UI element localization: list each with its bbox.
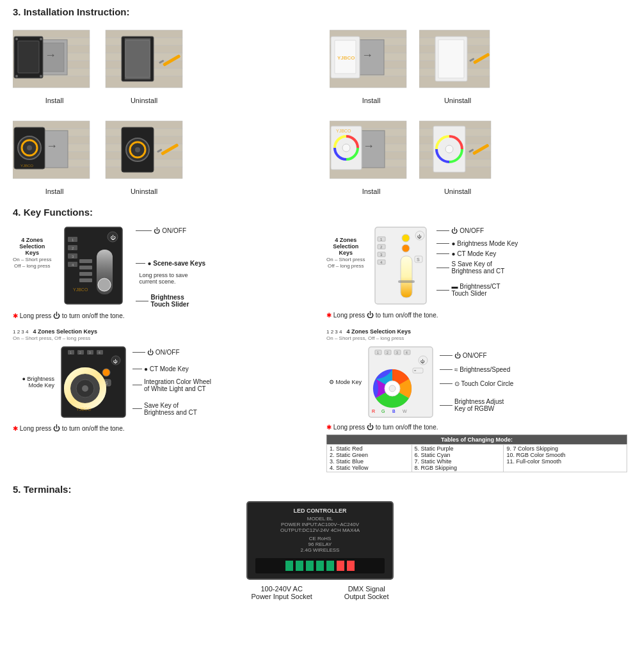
mode-table-title: Tables of Changing Mode: bbox=[327, 435, 627, 445]
svg-text:YJBCO: YJBCO bbox=[76, 407, 92, 412]
svg-text:R: R bbox=[372, 409, 375, 413]
uninstall-diagram-2 bbox=[419, 24, 496, 94]
terminal-pin-6 bbox=[337, 561, 344, 571]
terminal-header: LED CONTROLLER bbox=[255, 508, 385, 514]
svg-point-124 bbox=[98, 278, 111, 291]
mode-col1: 1. Static Red2. Static Green3. Static Bl… bbox=[327, 445, 412, 472]
note-3: ✱ Long press ⏻ to turn on/off the tone. bbox=[13, 424, 314, 432]
mode-table: Tables of Changing Mode: 1. Static Red2.… bbox=[326, 435, 627, 472]
controller-svg-2: 1 2 3 4 ⏻ S bbox=[369, 224, 433, 307]
svg-rect-11 bbox=[18, 41, 39, 73]
key-panel-1: 4 ZonesSelectionKeys On – Short pressOff… bbox=[13, 224, 314, 319]
svg-text:1: 1 bbox=[70, 351, 72, 355]
panel4-left-label: ⚙ Mode Key bbox=[326, 379, 362, 385]
install-diagram-1: → bbox=[13, 24, 96, 94]
install-item-white-rgb-uninstall: Uninstall bbox=[419, 115, 496, 195]
terminal-label-left: 100-240V ACPower Input Socket bbox=[251, 585, 312, 600]
label-ct-mode-3: ● CT Mode Key bbox=[144, 365, 189, 372]
section5: 5. Terminals: LED CONTROLLER MODEL:BL PO… bbox=[13, 484, 627, 600]
install-item-black-round: YJBCO → Install bbox=[13, 115, 96, 195]
svg-text:YJBCO: YJBCO bbox=[336, 129, 351, 133]
terminal-model: MODEL:BL bbox=[255, 516, 385, 522]
install-item-white-rgb: YJBCO → Install bbox=[330, 115, 413, 195]
terminal-pin-3 bbox=[306, 561, 314, 571]
svg-text:2: 2 bbox=[387, 351, 388, 355]
install-diagram-2: YJBCO → bbox=[330, 24, 413, 94]
svg-point-181 bbox=[389, 385, 396, 392]
svg-point-158 bbox=[102, 369, 110, 376]
label-onoff-2: ⏻ ON/OFF bbox=[451, 227, 484, 234]
svg-point-95 bbox=[342, 144, 350, 152]
zones-label-2: 4 ZonesSelectionKeys On – Short pressOff… bbox=[326, 224, 365, 269]
label-scene-save: ● Scene-save Keys bbox=[147, 260, 205, 267]
svg-point-15 bbox=[40, 75, 42, 77]
uninstall-diagram-4 bbox=[419, 115, 496, 185]
svg-point-81 bbox=[135, 147, 140, 152]
svg-point-141 bbox=[402, 234, 410, 242]
terminal-pin-1 bbox=[285, 561, 293, 571]
install-item-white-flat-uninstall: Uninstall bbox=[419, 24, 496, 104]
svg-rect-127 bbox=[79, 272, 92, 276]
svg-text:4: 4 bbox=[99, 351, 100, 355]
label-color-wheel: Integration Color Wheelof White Light an… bbox=[144, 378, 211, 392]
panel3-top-label: 1 2 3 4 4 Zones Selection Keys On – Shor… bbox=[13, 328, 314, 341]
svg-rect-145 bbox=[401, 256, 412, 298]
terminal-pin-7 bbox=[347, 561, 355, 571]
svg-point-13 bbox=[40, 38, 42, 40]
label-brightness-speed: ≈ Brightness/Speed bbox=[454, 366, 510, 373]
section4: 4. Key Functions: 4 ZonesSelectionKeys O… bbox=[13, 207, 627, 472]
uninstall-caption-2: Uninstall bbox=[444, 97, 471, 104]
svg-text:4: 4 bbox=[406, 351, 408, 355]
label-ct-mode: ● CT Mode Key bbox=[451, 250, 496, 257]
terminal-pin-4 bbox=[316, 561, 324, 571]
label-onoff-1: ⏻ ON/OFF bbox=[154, 227, 186, 234]
svg-rect-52 bbox=[438, 40, 464, 78]
svg-text:1: 1 bbox=[377, 351, 379, 355]
note-2: ✱ Long press ⏻ to turn on/off the tone. bbox=[326, 311, 627, 319]
svg-text:YJBCO: YJBCO bbox=[337, 55, 355, 61]
zones-label-1: 4 ZonesSelectionKeys On – Short pressOff… bbox=[13, 224, 51, 269]
label-ct-slider: ▬ Brightness/CTTouch Slider bbox=[451, 283, 500, 297]
svg-text:⏻: ⏻ bbox=[417, 234, 422, 239]
terminal-pin-2 bbox=[296, 561, 303, 571]
install-caption-4: Install bbox=[362, 188, 381, 195]
svg-rect-128 bbox=[79, 278, 92, 282]
key-panel-4: 1 2 3 4 4 Zones Selection Keys On – Shor… bbox=[326, 328, 627, 472]
uninstall-caption-3: Uninstall bbox=[131, 188, 157, 195]
install-caption-3: Install bbox=[45, 188, 64, 195]
label-rgbw-adjust: Brightness AdjustKey of RGBW bbox=[454, 398, 504, 412]
label-save-ct: Save Key ofBrightness and CT bbox=[144, 402, 197, 416]
terminal-wireless: 2.4G WIRELESS bbox=[255, 547, 385, 553]
panel2-labels: ⏻ ON/OFF ● Brightness Mode Key ● CT Mode… bbox=[436, 224, 518, 297]
terminal-device: LED CONTROLLER MODEL:BL POWER INPUT:AC10… bbox=[246, 501, 394, 580]
label-scene-desc: Long press to savecurrent scene. bbox=[136, 272, 205, 285]
panel3-right-labels: ⏻ ON/OFF ● CT Mode Key Integration Color… bbox=[132, 349, 211, 416]
label-save-key: S Save Key ofBrightness and CT bbox=[451, 260, 504, 275]
label-brightness-mode: ● Brightness Mode Key bbox=[451, 240, 518, 247]
note-1: ✱ Long press ⏻ to turn on/off the tone. bbox=[13, 312, 314, 319]
svg-point-108 bbox=[445, 145, 453, 153]
terminal-input: POWER INPUT:AC100V~AC240V bbox=[255, 522, 385, 527]
install-diagram-3: YJBCO → bbox=[13, 115, 96, 185]
section5-title: 5. Terminals: bbox=[13, 484, 627, 495]
note-4: ✱ Long press ⏻ to turn on/off the tone. bbox=[326, 423, 627, 431]
mode-col2: 5. Static Purple6. Static Cyan7. Static … bbox=[412, 445, 504, 472]
svg-point-164 bbox=[82, 385, 88, 392]
svg-rect-125 bbox=[79, 259, 92, 263]
svg-point-12 bbox=[15, 38, 18, 40]
panel1-labels: ⏻ ON/OFF ● Scene-save Keys Long press to… bbox=[136, 224, 205, 308]
panel4-right-labels: ⏻ ON/OFF ≈ Brightness/Speed ⊙ Touch Colo… bbox=[440, 352, 513, 412]
install-caption-1: Install bbox=[45, 97, 64, 104]
svg-text:YJBCO: YJBCO bbox=[73, 287, 88, 292]
install-item-white-flat: YJBCO → Install bbox=[330, 24, 413, 104]
section4-title: 4. Key Functions: bbox=[13, 207, 627, 218]
label-onoff-4: ⏻ ON/OFF bbox=[454, 352, 487, 359]
svg-rect-146 bbox=[398, 280, 415, 283]
section3-title: 3. Installation Instruction: bbox=[13, 6, 627, 17]
uninstall-caption-1: Uninstall bbox=[131, 97, 157, 104]
svg-point-67 bbox=[27, 145, 32, 150]
svg-text:⏻: ⏻ bbox=[113, 359, 118, 364]
svg-text:→: → bbox=[45, 49, 56, 61]
uninstall-diagram-3 bbox=[102, 115, 186, 185]
install-item-black-flat: → Install bbox=[13, 24, 96, 104]
